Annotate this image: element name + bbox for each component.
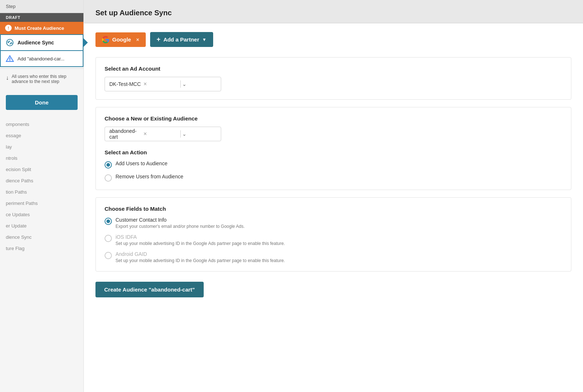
must-create-label: Must Create Audience [15, 25, 64, 31]
audience-chevron-icon[interactable]: ⌄ [182, 131, 216, 137]
svg-point-0 [7, 39, 13, 46]
ios-idfa-sublabel: Set up your mobile advertising ID in the… [116, 241, 285, 246]
google-partner-button[interactable]: Google × [95, 32, 146, 47]
sidebar-nav-components[interactable]: omponents [0, 119, 83, 130]
sidebar-add-item[interactable]: Add "abandoned-car... [0, 51, 83, 67]
audience-select-divider [180, 130, 181, 138]
add-users-radio[interactable] [105, 161, 112, 169]
ad-account-clear-icon[interactable]: × [144, 81, 178, 87]
android-gaid-radio[interactable] [105, 252, 112, 259]
sidebar-draft-badge: DRAFT [0, 13, 83, 22]
customer-contact-text: Customer Contact Info Export your custom… [116, 217, 244, 229]
sidebar-audience-sync-wrapper: Audience Sync [0, 34, 83, 51]
sidebar-step-label: Step [0, 0, 83, 13]
action-radio-group: Add Users to Audience Remove Users from … [105, 161, 562, 182]
sidebar: Step DRAFT Must Create Audience Audience… [0, 0, 84, 392]
sync-icon [6, 39, 14, 47]
customer-contact-radio[interactable] [105, 218, 112, 225]
ios-idfa-option[interactable]: iOS IDFA Set up your mobile advertising … [105, 234, 562, 246]
sidebar-nav-list: omponents essage lay ntrols ecision Spli… [0, 116, 83, 392]
sidebar-advance-note: ↓ All users who enter this step advance … [0, 68, 83, 89]
page-title: Set up Audience Sync [95, 9, 571, 17]
add-users-label: Add Users to Audience [116, 161, 167, 166]
main-content: Set up Audience Sync Google × + Add a Pa… [84, 0, 583, 392]
add-partner-button[interactable]: + Add a Partner ▼ [150, 32, 213, 47]
fields-section: Choose Fields to Match Customer Contact … [95, 197, 571, 272]
sidebar-nav-user-update[interactable]: er Update [0, 220, 83, 231]
google-remove-icon[interactable]: × [136, 37, 139, 43]
sidebar-nav-audience-paths[interactable]: dience Paths [0, 175, 83, 186]
plus-icon: + [157, 36, 161, 43]
main-header: Set up Audience Sync [84, 0, 583, 23]
audience-label: Choose a New or Existing Audience [105, 115, 562, 122]
svg-point-4 [9, 60, 10, 61]
add-item-label: Add "abandoned-car... [17, 56, 64, 62]
ad-account-chevron-icon[interactable]: ⌄ [182, 81, 216, 87]
sidebar-audience-sync-item[interactable]: Audience Sync [0, 34, 83, 51]
sidebar-nav-decision-split[interactable]: ecision Split [0, 164, 83, 175]
partner-row: Google × + Add a Partner ▼ [95, 32, 571, 47]
sidebar-nav-experiment-paths[interactable]: periment Paths [0, 198, 83, 209]
audience-sync-label: Audience Sync [17, 40, 54, 45]
android-gaid-option[interactable]: Android GAID Set up your mobile advertis… [105, 251, 562, 263]
advance-down-arrow-icon: ↓ [6, 75, 9, 81]
create-audience-button[interactable]: Create Audience "abandoned-cart" [95, 282, 204, 297]
sidebar-nav-service-updates[interactable]: ce Updates [0, 209, 83, 220]
ad-account-section: Select an Ad Account DK-Test-MCC × ⌄ [95, 57, 571, 100]
android-gaid-sublabel: Set up your mobile advertising ID in the… [116, 258, 285, 263]
google-label: Google [112, 36, 131, 43]
sidebar-nav-controls[interactable]: ntrols [0, 153, 83, 164]
warning-icon [5, 25, 12, 31]
must-create-banner: Must Create Audience [0, 22, 83, 34]
customer-contact-sublabel: Export your customer's email and/or phon… [116, 224, 244, 229]
action-label: Select an Action [105, 149, 562, 155]
ios-idfa-radio[interactable] [105, 235, 112, 242]
add-partner-label: Add a Partner [163, 36, 199, 43]
sidebar-nav-message[interactable]: essage [0, 130, 83, 141]
remove-users-option[interactable]: Remove Users from Audience [105, 174, 562, 182]
fields-radio-group: Customer Contact Info Export your custom… [105, 217, 562, 263]
ios-idfa-label: iOS IDFA [116, 234, 285, 240]
sidebar-nav-action-paths[interactable]: tion Paths [0, 186, 83, 198]
sidebar-selected-arrow [83, 38, 88, 47]
ad-account-value: DK-Test-MCC [109, 81, 144, 87]
android-gaid-text: Android GAID Set up your mobile advertis… [116, 251, 285, 263]
advance-text: All users who enter this step advance to… [12, 74, 78, 84]
remove-users-radio[interactable] [105, 174, 112, 182]
ad-account-select[interactable]: DK-Test-MCC × ⌄ [105, 77, 221, 91]
main-body: Google × + Add a Partner ▼ Select an Ad … [84, 23, 583, 306]
google-logo-icon [102, 36, 109, 43]
chevron-down-icon: ▼ [202, 37, 207, 42]
audience-select[interactable]: abandoned-cart × ⌄ [105, 127, 221, 141]
remove-users-label: Remove Users from Audience [116, 174, 183, 179]
android-gaid-label: Android GAID [116, 251, 285, 257]
sidebar-nav-delay[interactable]: lay [0, 141, 83, 153]
customer-contact-option[interactable]: Customer Contact Info Export your custom… [105, 217, 562, 229]
done-button[interactable]: Done [6, 95, 78, 110]
sidebar-nav-feature-flag[interactable]: ture Flag [0, 243, 83, 254]
fields-label: Choose Fields to Match [105, 206, 562, 212]
audience-section: Choose a New or Existing Audience abando… [95, 107, 571, 190]
ios-idfa-text: iOS IDFA Set up your mobile advertising … [116, 234, 285, 246]
audience-value: abandoned-cart [109, 128, 144, 140]
select-divider [180, 80, 181, 88]
sidebar-nav-audience-sync[interactable]: dience Sync [0, 231, 83, 243]
ad-account-label: Select an Ad Account [105, 66, 562, 72]
audience-clear-icon[interactable]: × [144, 131, 178, 137]
customer-contact-label: Customer Contact Info [116, 217, 244, 223]
google-ads-icon-small [6, 55, 14, 63]
add-users-option[interactable]: Add Users to Audience [105, 161, 562, 169]
